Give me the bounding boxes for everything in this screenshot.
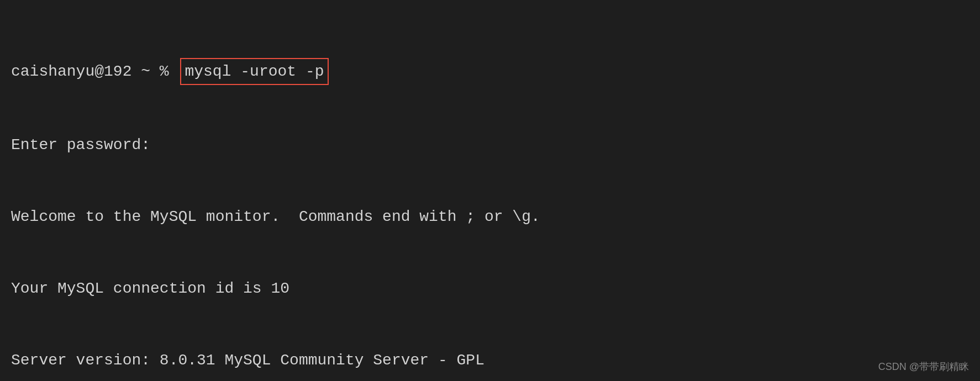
output-connection-id: Your MySQL connection id is 10 xyxy=(11,277,969,300)
terminal-window: caishanyu@192 ~ % mysql -uroot -p Enter … xyxy=(0,0,980,381)
command-line: caishanyu@192 ~ % mysql -uroot -p xyxy=(11,58,969,85)
output-enter-password: Enter password: xyxy=(11,133,969,157)
output-server-version: Server version: 8.0.31 MySQL Community S… xyxy=(11,348,969,372)
watermark: CSDN @带带刷精眯 xyxy=(878,360,969,373)
command-input: mysql -uroot -p xyxy=(180,58,328,85)
shell-prompt: caishanyu@192 ~ % xyxy=(11,60,178,83)
output-welcome: Welcome to the MySQL monitor. Commands e… xyxy=(11,205,969,229)
